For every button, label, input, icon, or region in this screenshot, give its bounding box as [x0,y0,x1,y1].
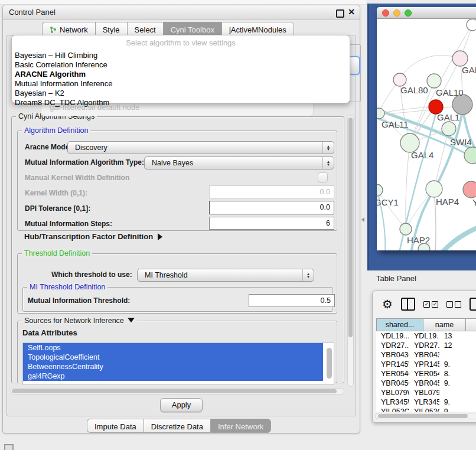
table-row[interactable]: YER054CYER054C8. [376,369,476,379]
table-horizontal-scrollbar[interactable] [375,413,476,419]
desktop: { "control_panel": { "title": "Control P… [0,0,476,450]
table-row[interactable]: YLR345WYLR345W9. [376,397,476,407]
tab-discretize-data[interactable]: Discretize Data [144,419,210,433]
tab-select[interactable]: Select [127,22,163,36]
network-node-hap4[interactable] [426,181,442,197]
column-header-name[interactable]: name [423,318,466,331]
network-window: GALGAL80GAL10GAL1GAL11GAL4SWI4GCY1HAP4YH… [377,7,476,250]
algorithm-dropdown-list: Bayesian – Hill ClimbingBasic Correlatio… [12,51,350,107]
hub-tf-definition-label: Hub/Transcription Factor Definition [24,232,153,241]
node-label: HAP2 [407,235,430,245]
table-row[interactable]: YBR043CYBR043C [376,350,476,360]
tab-style[interactable]: Style [95,22,127,36]
gear-icon[interactable]: ⚙ [382,298,393,310]
network-canvas[interactable]: GALGAL80GAL10GAL1GAL11GAL4SWI4GCY1HAP4YH… [377,19,476,250]
mi-threshold-input[interactable]: 0.5 [249,294,335,307]
control-panel-window: Control Panel ✕ Network Style Select Cyn… [2,5,360,433]
node-label: GAL4 [411,150,433,160]
attribute-item[interactable]: SelfLoops [23,343,323,353]
table-row[interactable]: YIL052CYIL052C9. [376,407,476,412]
tab-infer-network[interactable]: Infer Network [210,419,271,433]
table-row[interactable]: YDL19...YDL19...13 [376,331,476,341]
column-header-partial[interactable] [466,318,476,331]
dpi-tolerance-input[interactable]: 0.0 [209,201,334,214]
algorithm-option[interactable]: Bayesian – Hill Climbing [12,51,350,60]
network-node-swi4[interactable] [464,147,476,164]
table-cell: YDL19... [409,331,439,341]
hub-tf-definition-expander[interactable]: Hub/Transcription Factor Definition [24,232,162,241]
scrollbar-thumb[interactable] [378,414,468,418]
network-edge[interactable] [434,129,449,189]
mi-algorithm-type-select[interactable]: Naive Bayes ▲▼ [144,156,334,169]
network-node-gal[interactable] [452,51,468,66]
panel-restore-icon[interactable] [4,444,14,450]
panel-divider-handle[interactable] [361,217,364,222]
new-table-icon[interactable] [470,298,476,311]
column-header-shared-name[interactable]: shared... [376,318,423,331]
threshold-definition-group: Threshold Definition Which threshold to … [17,253,337,314]
algorithm-option[interactable]: Mutual Information Inference [12,79,350,89]
attribute-item[interactable]: gal4RGexp [23,371,323,381]
column-browser-icon[interactable] [401,298,415,311]
tab-cyni-toolbox[interactable]: Cyni Toolbox [163,22,221,36]
table-panel-title: Table Panel [376,274,416,283]
control-panel-tabs: Network Style Select Cyni Toolbox jActiv… [42,22,294,36]
network-node-hap2[interactable] [400,223,412,235]
algorithm-option[interactable]: Dream8 DC_TDC Algorithm [12,98,350,107]
manual-kernel-width-checkbox[interactable] [318,172,328,182]
scrollbar-thumb[interactable] [12,389,337,393]
mi-steps-input[interactable]: 6 [209,217,334,230]
table-row[interactable]: YDR27...YDR27...12 [376,341,476,350]
select-all-icon[interactable]: ✓✓ [423,301,438,308]
network-node-gal1[interactable] [442,122,456,136]
network-node[interactable] [467,19,476,31]
network-node-gal80[interactable] [393,73,406,86]
algorithm-option[interactable]: ARACNE Algorithm [12,70,350,79]
attribute-item[interactable]: TopologicalCoefficient [23,353,323,362]
collapse-arrow-icon[interactable] [128,318,135,322]
table-cell: YBL079W [409,388,439,397]
list-scrollbar-thumb[interactable] [327,348,332,379]
data-attributes-list[interactable]: SelfLoopsTopologicalCoefficientBetweenne… [22,343,334,385]
close-icon[interactable]: ✕ [348,7,355,17]
zoom-traffic-light-icon[interactable] [405,9,412,17]
tab-impute-data[interactable]: Impute Data [87,419,144,433]
network-window-titlebar [377,7,476,19]
network-node-gal11[interactable] [377,108,384,119]
tab-network[interactable]: Network [42,22,95,36]
table-cell [439,350,476,360]
float-window-icon[interactable] [336,9,344,18]
settings-vertical-scrollbar[interactable] [347,115,354,387]
algorithm-option[interactable]: Basic Correlation Inference [12,60,350,70]
deselect-all-icon[interactable] [446,301,461,308]
table-row[interactable]: YBL079WYBL079W [376,388,476,397]
kernel-width-input[interactable]: 0.0 [209,185,334,198]
aracne-mode-select[interactable]: Discovery ▲▼ [67,141,334,154]
algorithm-dropdown[interactable]: Select algorithm to view settings Bayesi… [11,35,350,103]
which-threshold-select[interactable]: MI Threshold ▲▼ [137,269,314,282]
minimize-traffic-light-icon[interactable] [393,9,400,17]
apply-button[interactable]: Apply [160,398,203,412]
tab-jactivemnodules[interactable]: jActiveMNodules [221,22,294,36]
control-panel-title: Control Panel [9,8,56,17]
unchecked-box-icon [455,301,461,308]
algorithm-option[interactable]: Bayesian – K2 [12,89,350,98]
table-row[interactable]: YBR045CYBR045C9. [376,379,476,388]
network-node[interactable] [452,94,472,115]
network-node-gal10[interactable] [427,74,441,88]
node-label: Y [472,197,476,207]
table-cell: 9. [439,407,476,412]
dpi-tolerance-label: DPI Tolerance [0,1]: [25,204,90,213]
checked-box-icon: ✓ [423,301,430,308]
settings-horizontal-scrollbar[interactable] [10,388,344,394]
close-traffic-light-icon[interactable] [382,9,389,17]
attribute-item[interactable]: BetweennessCentrality [23,362,323,371]
node-label: SWI4 [450,137,472,147]
table-row[interactable]: YPR145WYPR145W9. [376,360,476,369]
group-title: Algorithm Definition [22,126,90,135]
network-node-y[interactable] [463,181,476,198]
table-cell: YBR043C [376,350,409,360]
network-edge[interactable] [442,227,476,250]
scrollbar-thumb[interactable] [348,118,353,337]
network-node-gcy1[interactable] [377,184,383,196]
